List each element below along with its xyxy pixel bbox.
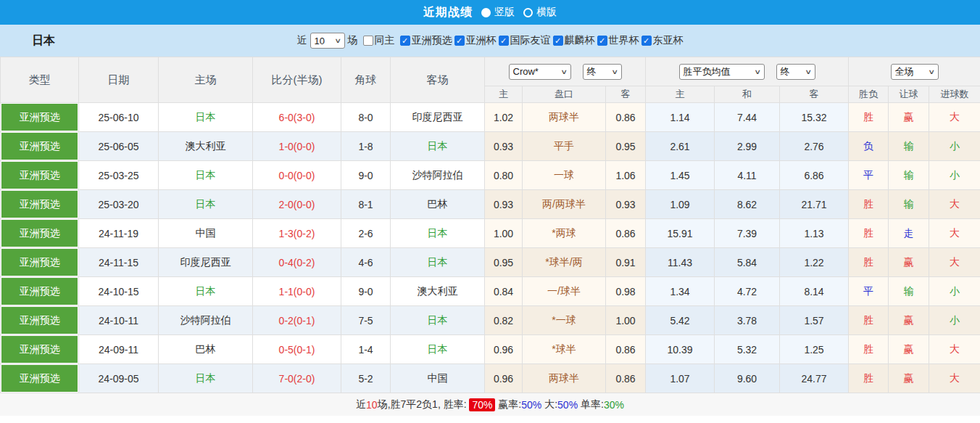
league-label[interactable]: 国际友谊 <box>510 34 551 47</box>
odds-away: 0.86 <box>606 335 646 364</box>
handicap-line: *两球 <box>523 219 606 248</box>
away-team: 中国 <box>391 364 485 393</box>
same-home-checkbox[interactable] <box>363 36 373 46</box>
league-filter-2[interactable]: 国际友谊 <box>499 34 551 47</box>
panel-title: 近期战绩 <box>423 5 473 20</box>
avg-away-odds: 8.14 <box>780 277 849 306</box>
odds-home: 0.95 <box>485 248 523 277</box>
layout-radio-horizontal[interactable]: 横版 <box>523 6 557 19</box>
league-checkbox[interactable] <box>454 36 465 46</box>
league-label[interactable]: 亚洲杯 <box>466 34 497 47</box>
league-label[interactable]: 亚洲预选 <box>412 34 452 47</box>
match-row: 亚洲预选24-09-05日本7-0(2-0)5-2中国0.96两球半0.861.… <box>1 364 980 393</box>
match-row: 亚洲预选24-10-11沙特阿拉伯0-2(0-1)7-5日本0.82*一球1.0… <box>1 306 980 335</box>
result-goals: 大 <box>929 103 980 132</box>
league-filter-0[interactable]: 亚洲预选 <box>400 34 452 47</box>
odds-provider-select[interactable]: Crow* ∨ <box>509 64 571 80</box>
col-header-home: 主场 <box>159 57 253 103</box>
home-team: 巴林 <box>159 335 253 364</box>
recent-count-select[interactable]: 10 ∨ <box>310 33 345 49</box>
league-checkbox[interactable] <box>553 36 563 46</box>
layout-radio-vertical[interactable]: 竖版 <box>481 6 515 19</box>
league-filter-3[interactable]: 麒麟杯 <box>553 34 595 47</box>
chevron-down-icon: ∨ <box>928 68 935 75</box>
match-row: 亚洲预选25-03-25日本0-0(0-0)9-0沙特阿拉伯0.80一球1.06… <box>1 161 980 190</box>
result-wdl: 胜 <box>849 364 889 393</box>
match-date: 24-11-15 <box>79 248 159 277</box>
match-type-badge: 亚洲预选 <box>1 336 78 363</box>
match-score: 1-0(0-0) <box>253 132 341 161</box>
footer-segment: 70% <box>469 398 495 411</box>
league-filter-4[interactable]: 世界杯 <box>597 34 639 47</box>
fullmatch-select[interactable]: 全场 ∨ <box>891 64 939 80</box>
recent-count-value: 10 <box>315 36 325 46</box>
radio-horizontal-icon[interactable] <box>523 8 533 17</box>
radio-vertical-icon[interactable] <box>481 8 491 17</box>
match-row: 亚洲预选25-03-20日本2-0(0-0)8-1巴林0.93两/两球半0.93… <box>1 190 980 219</box>
home-team: 沙特阿拉伯 <box>159 306 253 335</box>
avg-away-odds: 1.13 <box>780 219 849 248</box>
result-handicap: 输 <box>889 277 929 306</box>
avg-home-odds: 1.09 <box>646 190 715 219</box>
match-type-cell: 亚洲预选 <box>1 277 79 306</box>
match-type-badge: 亚洲预选 <box>1 133 78 160</box>
result-handicap: 赢 <box>889 103 929 132</box>
match-date: 25-03-25 <box>79 161 159 190</box>
result-handicap: 输 <box>889 132 929 161</box>
odds-home: 0.80 <box>485 161 523 190</box>
league-checkbox[interactable] <box>400 36 410 46</box>
odds-away: 1.00 <box>606 306 646 335</box>
league-checkbox[interactable] <box>641 36 652 46</box>
avg-odds-value: 胜平负均值 <box>684 65 731 78</box>
away-team: 日本 <box>391 248 485 277</box>
subcol-odds-handicap: 盘口 <box>523 86 606 103</box>
radio-vertical-label[interactable]: 竖版 <box>494 6 515 19</box>
same-home-label[interactable]: 同主 <box>375 34 395 47</box>
match-score: 0-2(0-1) <box>253 306 341 335</box>
match-row: 亚洲预选25-06-10日本6-0(3-0)8-0印度尼西亚1.02两球半0.8… <box>1 103 980 132</box>
footer-segment: 场,胜7平2负1, 胜率: <box>378 398 470 411</box>
avg-home-odds: 10.39 <box>646 335 715 364</box>
summary-footer: 近10场,胜7平2负1, 胜率: 70% 赢率:50% 大:50% 单率:30% <box>0 393 980 416</box>
radio-horizontal-label[interactable]: 横版 <box>536 6 557 19</box>
title-bar: 近期战绩 竖版 横版 <box>0 0 980 25</box>
result-handicap: 输 <box>889 190 929 219</box>
avg-home-odds: 1.45 <box>646 161 715 190</box>
result-wdl: 胜 <box>849 190 889 219</box>
home-team: 中国 <box>159 219 253 248</box>
match-type-badge: 亚洲预选 <box>1 220 78 247</box>
avg-draw-odds: 8.62 <box>715 190 780 219</box>
league-label[interactable]: 世界杯 <box>609 34 639 47</box>
avg-draw-odds: 5.84 <box>715 248 780 277</box>
odds-time-select[interactable]: 终 ∨ <box>583 64 622 80</box>
result-goals: 大 <box>929 219 980 248</box>
result-handicap: 走 <box>889 219 929 248</box>
col-header-date: 日期 <box>79 57 159 103</box>
avg-draw-odds: 7.44 <box>715 103 780 132</box>
result-wdl: 胜 <box>849 306 889 335</box>
handicap-line: 两/两球半 <box>523 190 606 219</box>
handicap-line: *一球 <box>523 306 606 335</box>
same-home-filter[interactable]: 同主 <box>363 34 395 47</box>
league-checkbox[interactable] <box>597 36 607 46</box>
avg-odds-select[interactable]: 胜平负均值 ∨ <box>679 64 765 80</box>
team-name: 日本 <box>32 33 55 49</box>
league-label[interactable]: 东亚杯 <box>653 34 684 47</box>
away-team: 日本 <box>391 132 485 161</box>
corner-score: 7-5 <box>341 306 391 335</box>
avg-time-select[interactable]: 终 ∨ <box>776 64 815 80</box>
result-wdl: 胜 <box>849 103 889 132</box>
home-team: 澳大利亚 <box>159 132 253 161</box>
subcol-avg-home: 主 <box>646 86 715 103</box>
match-score: 0-4(0-2) <box>253 248 341 277</box>
league-label[interactable]: 麒麟杯 <box>565 34 595 47</box>
league-filter-1[interactable]: 亚洲杯 <box>454 34 497 47</box>
result-group-header: 全场 ∨ <box>849 57 980 86</box>
corner-score: 8-1 <box>341 190 391 219</box>
avg-time-value: 终 <box>781 65 790 78</box>
avg-home-odds: 5.42 <box>646 306 715 335</box>
subcol-odds-home: 主 <box>485 86 523 103</box>
result-goals: 大 <box>929 364 980 393</box>
league-checkbox[interactable] <box>499 36 509 46</box>
league-filter-5[interactable]: 东亚杯 <box>641 34 684 47</box>
